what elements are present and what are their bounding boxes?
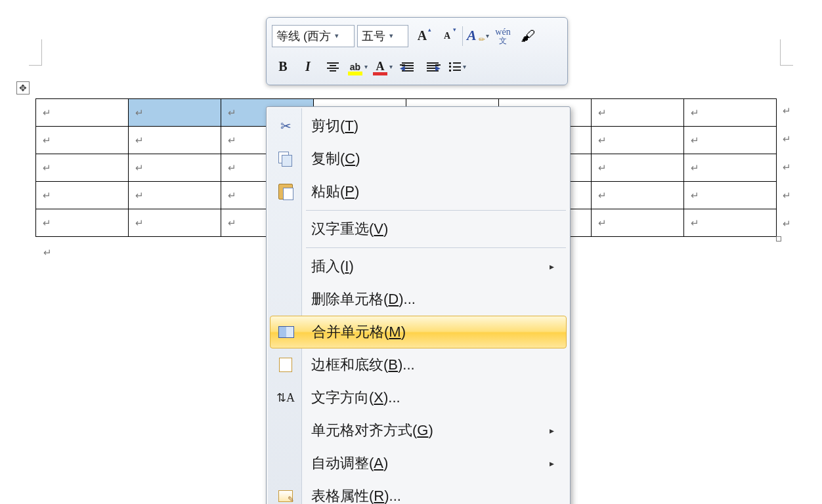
menu-item[interactable]: 插入(I)▸: [268, 250, 569, 283]
table-cell[interactable]: ↵: [36, 209, 129, 237]
menu-item-label: 剪切(T): [311, 116, 358, 136]
menu-item-label: 表格属性(R)...: [311, 486, 401, 504]
table-cell[interactable]: ↵: [129, 99, 221, 127]
table-cell[interactable]: ↵: [684, 182, 777, 209]
table-cell[interactable]: ↵: [684, 209, 777, 237]
cell-paragraph-mark: ↵: [43, 162, 51, 173]
table-cell[interactable]: ↵: [684, 127, 777, 154]
table-cell[interactable]: ↵: [36, 182, 129, 209]
menu-item[interactable]: 合并单元格(M): [270, 316, 567, 348]
table-cell[interactable]: ↵: [592, 99, 684, 127]
paste-icon: [276, 182, 295, 201]
table-cell[interactable]: ↵: [592, 182, 684, 209]
table-cell[interactable]: ↵: [129, 154, 221, 182]
table-cell[interactable]: ↵: [592, 127, 684, 154]
cell-paragraph-mark: ↵: [228, 217, 236, 228]
char-style-icon: A✏: [467, 28, 484, 44]
dropdown-icon: ▾: [389, 63, 393, 70]
cell-paragraph-mark: ↵: [135, 107, 144, 118]
row-end-mark: ↵: [783, 105, 791, 117]
align-center-icon: [327, 62, 339, 72]
dir-icon: ⇅A: [276, 388, 295, 408]
bullet-list-button[interactable]: ▾: [446, 56, 469, 78]
cell-paragraph-mark: ↵: [228, 135, 236, 146]
cell-paragraph-mark: ↵: [691, 190, 699, 201]
cell-paragraph-mark: ↵: [135, 217, 144, 228]
dropdown-icon: ▾: [335, 32, 339, 40]
cell-paragraph-mark: ↵: [598, 217, 607, 228]
menu-item-label: 单元格对齐方式(G): [311, 421, 433, 440]
table-cell[interactable]: ↵: [592, 154, 684, 182]
menu-item-label: 自动调整(A): [311, 453, 388, 473]
italic-button[interactable]: I: [297, 56, 319, 78]
menu-item-label: 文字方向(X)...: [311, 388, 400, 408]
prop-icon: [276, 486, 295, 504]
table-move-handle[interactable]: ✥: [16, 81, 30, 94]
menu-item[interactable]: 表格属性(R)...: [268, 480, 569, 504]
menu-item[interactable]: 自动调整(A)▸: [268, 447, 569, 480]
cut-icon: [276, 116, 295, 136]
menu-item[interactable]: 复制(C): [268, 142, 569, 175]
table-cell[interactable]: ↵: [129, 209, 221, 237]
font-size-combo[interactable]: 五号▾: [357, 25, 408, 47]
submenu-arrow-icon: ▸: [550, 261, 554, 272]
submenu-arrow-icon: ▸: [550, 425, 554, 436]
cell-paragraph-mark: ↵: [228, 190, 236, 201]
char-style-button[interactable]: A✏ ▾: [467, 25, 489, 47]
phonetic-guide-icon: wén文: [495, 28, 510, 45]
cell-paragraph-mark: ↵: [598, 162, 607, 173]
phonetic-guide-button[interactable]: wén文: [492, 25, 514, 47]
paragraph-mark: ↵: [43, 247, 52, 259]
margin-corner-tl: [29, 39, 42, 66]
menu-separator: [306, 247, 566, 248]
menu-item[interactable]: ⇅A文字方向(X)...: [268, 381, 569, 414]
table-cell[interactable]: ↵: [36, 127, 129, 154]
menu-item[interactable]: 粘贴(P): [268, 175, 569, 208]
decrease-indent-button[interactable]: ◀: [397, 56, 419, 78]
menu-item[interactable]: 边框和底纹(B)...: [268, 348, 569, 381]
menu-item[interactable]: 单元格对齐方式(G)▸: [268, 414, 569, 447]
table-cell[interactable]: ↵: [592, 209, 684, 237]
cell-paragraph-mark: ↵: [135, 135, 144, 146]
format-painter-button[interactable]: 🖌: [517, 25, 539, 47]
menu-item-label: 边框和底纹(B)...: [311, 355, 415, 375]
table-cell[interactable]: ↵: [36, 154, 129, 182]
move-handle-icon: ✥: [19, 83, 27, 93]
cell-paragraph-mark: ↵: [228, 162, 236, 173]
cell-paragraph-mark: ↵: [598, 135, 607, 146]
dropdown-icon: ▾: [463, 63, 466, 70]
bold-button[interactable]: B: [272, 56, 294, 78]
increase-indent-button[interactable]: ▶: [422, 56, 444, 78]
font-name-value: 等线 (西方: [276, 28, 331, 44]
cell-paragraph-mark: ↵: [43, 107, 51, 118]
font-name-combo[interactable]: 等线 (西方▾: [272, 25, 355, 47]
table-cell[interactable]: ↵: [36, 99, 129, 127]
cell-paragraph-mark: ↵: [691, 217, 699, 228]
menu-item[interactable]: 剪切(T): [268, 110, 569, 142]
row-end-mark: ↵: [783, 133, 791, 145]
blank-icon: [276, 453, 295, 473]
context-menu: 剪切(T)复制(C)粘贴(P)汉字重选(V)插入(I)▸删除单元格(D)...合…: [266, 106, 571, 504]
border-icon: [276, 355, 295, 375]
menu-item[interactable]: 删除单元格(D)...: [268, 283, 569, 316]
menu-item[interactable]: 汉字重选(V): [268, 213, 569, 245]
table-cell[interactable]: ↵: [684, 99, 777, 127]
highlight-button[interactable]: ab ▾: [347, 56, 369, 78]
shrink-font-button[interactable]: A: [436, 25, 458, 47]
align-center-button[interactable]: [322, 56, 344, 78]
table-cell[interactable]: ↵: [129, 182, 221, 209]
table-resize-handle[interactable]: [776, 236, 781, 242]
cell-paragraph-mark: ↵: [43, 190, 51, 201]
menu-separator: [306, 210, 566, 211]
grow-font-button[interactable]: A: [411, 25, 433, 47]
cell-paragraph-mark: ↵: [43, 135, 51, 146]
mini-toolbar: 等线 (西方▾ 五号▾ A A A✏ ▾ wén文 🖌 B I ab ▾ A ▾: [266, 17, 568, 85]
menu-item-label: 删除单元格(D)...: [311, 289, 416, 309]
italic-icon: I: [305, 59, 311, 74]
font-color-icon: A: [373, 60, 387, 74]
copy-icon: [276, 149, 295, 169]
blank-icon: [276, 219, 295, 239]
font-color-button[interactable]: A ▾: [372, 56, 394, 78]
table-cell[interactable]: ↵: [129, 127, 221, 154]
table-cell[interactable]: ↵: [684, 154, 777, 182]
